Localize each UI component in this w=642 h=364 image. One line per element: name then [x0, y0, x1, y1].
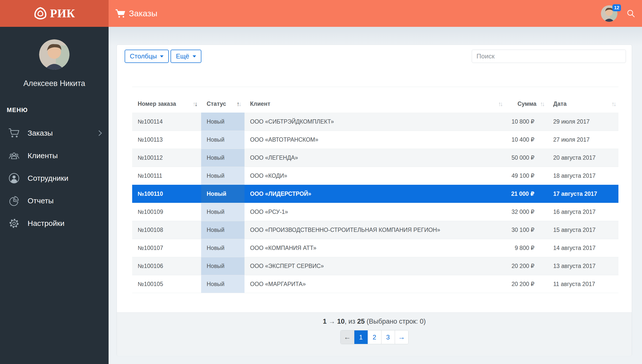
order-date: 17 августа 2017 [545, 185, 618, 203]
client-name: ООО «РСУ-1» [245, 203, 504, 221]
column-label: Клиент [250, 101, 270, 107]
order-date: 13 августа 2017 [545, 257, 618, 275]
order-date: 20 августа 2017 [545, 149, 618, 167]
table-row[interactable]: №100107 Новый ООО «КОМПАНИЯ АТТ» 9 800 ₽… [132, 239, 618, 257]
sidebar-item-label: Сотрудники [28, 174, 68, 183]
chevron-down-icon [193, 55, 196, 59]
sidebar-item-reports[interactable]: Отчеты [0, 190, 109, 212]
pagination-prev-button[interactable]: ← [341, 330, 354, 344]
sidebar: Алексеев Никита МЕНЮ Заказы Клиенты [0, 27, 109, 364]
table-header: Номер заказа ↑↓ Статус ↑↓ Клиент ↑↓ Сумм… [132, 95, 618, 113]
order-amount: 21 000 ₽ [504, 185, 545, 203]
summary-selected: (Выбрано строк: 0) [365, 318, 426, 325]
more-button[interactable]: Ещё [171, 50, 201, 63]
topbar-right: 12 [601, 0, 635, 27]
user-avatar[interactable]: 12 [601, 5, 617, 22]
order-number: №100106 [132, 257, 201, 275]
table-row[interactable]: №100113 Новый ООО «АВТОТРАНСКОМ» 10 400 … [132, 131, 618, 149]
order-date: 15 августа 2017 [545, 221, 618, 239]
sidebar-avatar-image [39, 39, 69, 70]
sidebar-item-employees[interactable]: Сотрудники [0, 167, 109, 190]
summary-from: 1 [323, 318, 327, 325]
order-date: 11 августа 2017 [545, 275, 618, 293]
order-date: 18 августа 2017 [545, 167, 618, 185]
table-row[interactable]: №100110 Новый ООО «ЛИДЕРСТРОЙ» 21 000 ₽ … [132, 185, 618, 203]
column-header-amount[interactable]: Сумма ↑↓ [504, 95, 545, 113]
table-body: №100114 Новый ООО «СИБТРЭЙДКОМПЛЕКТ» 10 … [132, 113, 618, 293]
arrow-right-icon: → [329, 318, 335, 325]
client-name: ООО «ЛЕГЕНДА» [245, 149, 504, 167]
table-row[interactable]: №100111 Новый ООО «КОДИ» 49 100 ₽ 18 авг… [132, 167, 618, 185]
pagination-page-2[interactable]: 2 [368, 330, 381, 344]
search-input[interactable] [472, 50, 626, 63]
column-header-status[interactable]: Статус ↑↓ [201, 95, 245, 113]
page-title: Заказы [129, 9, 157, 18]
order-number: №100105 [132, 275, 201, 293]
clients-icon [8, 150, 20, 161]
table-row[interactable]: №100105 Новый ООО «МАРГАРИТА» 20 200 ₽ 1… [132, 275, 618, 293]
columns-button-label: Столбцы [130, 52, 157, 60]
top-bar: РИК Заказы 12 [0, 0, 642, 27]
sidebar-avatar[interactable] [39, 39, 69, 70]
status-badge: Новый [201, 239, 245, 257]
notification-badge[interactable]: 12 [612, 4, 621, 11]
status-badge: Новый [201, 221, 245, 239]
status-badge: Новый [201, 185, 245, 203]
order-number: №100110 [132, 185, 201, 203]
status-badge: Новый [201, 113, 245, 131]
sidebar-item-settings[interactable]: Настройки [0, 212, 109, 235]
sort-icon[interactable]: ↑↓ [611, 101, 616, 107]
client-name: ООО «МАРГАРИТА» [245, 275, 504, 293]
sort-icon[interactable]: ↑↓ [540, 101, 545, 107]
order-number: №100113 [132, 131, 201, 149]
order-amount: 30 100 ₽ [504, 221, 545, 239]
column-header-date[interactable]: Дата ↑↓ [545, 95, 618, 113]
column-header-number[interactable]: Номер заказа ↑↓ [132, 95, 201, 113]
pagination-next-button[interactable]: → [395, 330, 408, 344]
order-amount: 49 100 ₽ [504, 167, 545, 185]
table-row[interactable]: №100109 Новый ООО «РСУ-1» 32 000 ₽ 16 ав… [132, 203, 618, 221]
sort-icon[interactable]: ↑↓ [193, 101, 198, 107]
order-amount: 20 200 ₽ [504, 257, 545, 275]
brand-logo[interactable]: РИК [0, 0, 109, 27]
client-name: ООО «АВТОТРАНСКОМ» [245, 131, 504, 149]
sidebar-item-label: Отчеты [28, 197, 54, 205]
search-icon[interactable] [626, 9, 635, 18]
arrow-right-icon: → [398, 333, 405, 341]
pagination-page-3[interactable]: 3 [381, 330, 395, 344]
client-name: ООО «КОДИ» [245, 167, 504, 185]
order-number: №100112 [132, 149, 201, 167]
sort-icon[interactable]: ↑↓ [498, 101, 503, 107]
table-row[interactable]: №100108 Новый ООО «ПРОИЗВОДСТВЕННО-СТРОИ… [132, 221, 618, 239]
sort-icon[interactable]: ↑↓ [236, 101, 242, 107]
status-badge: Новый [201, 131, 245, 149]
order-date: 14 августа 2017 [545, 239, 618, 257]
sidebar-item-orders[interactable]: Заказы [0, 122, 109, 144]
sidebar-item-clients[interactable]: Клиенты [0, 144, 109, 167]
cart-icon [8, 127, 20, 139]
settings-icon [8, 218, 20, 229]
order-amount: 32 000 ₽ [504, 203, 545, 221]
pagination-page-1[interactable]: 1 [354, 330, 368, 344]
client-name: ООО «СИБТРЭЙДКОМПЛЕКТ» [245, 113, 504, 131]
brand-name: РИК [50, 7, 75, 20]
columns-button[interactable]: Столбцы [125, 50, 169, 63]
chevron-right-icon [96, 130, 102, 136]
sidebar-item-label: Заказы [28, 129, 53, 137]
column-label: Дата [553, 101, 567, 107]
client-name: ООО «ПРОИЗВОДСТВЕННО-СТРОИТЕЛЬНАЯ КОМПАН… [245, 221, 504, 239]
sidebar-menu: Заказы Клиенты Сотрудники [0, 122, 109, 235]
summary-of: , из [345, 318, 357, 325]
employee-icon [8, 172, 20, 184]
status-badge: Новый [201, 149, 245, 167]
page-header: Заказы [115, 0, 157, 27]
table-row[interactable]: №100112 Новый ООО «ЛЕГЕНДА» 50 000 ₽ 20 … [132, 149, 618, 167]
order-number: №100107 [132, 239, 201, 257]
orders-card: Столбцы Ещё Номер заказа ↑↓ Статус ↑↓ Кл… [117, 45, 632, 356]
order-number: №100108 [132, 221, 201, 239]
column-header-client[interactable]: Клиент ↑↓ [245, 95, 504, 113]
table-row[interactable]: №100114 Новый ООО «СИБТРЭЙДКОМПЛЕКТ» 10 … [132, 113, 618, 131]
chevron-down-icon [160, 55, 164, 59]
table-row[interactable]: №100106 Новый ООО «ЭКСПЕРТ СЕРВИС» 20 20… [132, 257, 618, 275]
rows-summary: 1 → 10, из 25 (Выбрано строк: 0) [117, 318, 632, 325]
